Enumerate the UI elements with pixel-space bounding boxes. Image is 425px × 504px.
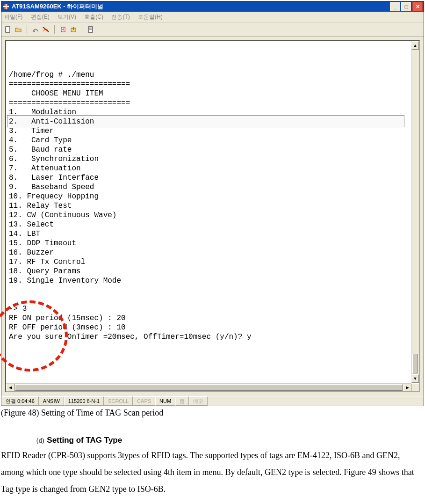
status-num: NUM [155,396,175,406]
properties-icon[interactable] [87,26,94,33]
menu-call[interactable]: 호출(C) [84,14,103,20]
maximize-button[interactable]: □ [401,2,411,11]
svg-rect-3 [6,27,10,32]
figure-caption: (Figure 48) Setting of Time of TAG Scan … [0,406,425,423]
menubar: 파일(F) 편집(E) 보기(V) 호출(C) 전송(T) 도움말(H) [1,12,424,23]
toolbar-separator [82,25,82,34]
scrollbar-vertical[interactable]: ▲ ▼ [411,41,419,383]
toolbar-separator [27,25,27,34]
terminal-text[interactable]: /home/frog # ./menu ====================… [7,42,411,383]
svg-rect-2 [3,6,9,7]
window-buttons: _ □ ✕ [390,2,423,11]
status-echo: 에코 [189,396,208,406]
status-scroll: SCROLL [104,396,133,406]
scroll-left-icon[interactable]: ◀ [6,384,14,391]
section-title: Setting of TAG Type [47,436,122,445]
svg-rect-10 [89,29,92,29]
toolbar [1,23,424,37]
scroll-right-icon[interactable]: ▶ [403,384,411,391]
terminal-pane[interactable]: /home/frog # ./menu ====================… [5,40,420,392]
statusbar: 연결 0:04:46 ANSIW 115200 8-N-1 SCROLL CAP… [1,396,424,406]
svg-rect-11 [89,29,92,30]
scroll-corner [411,384,419,391]
status-emulation: ANSIW [39,396,64,406]
titlebar: AT91SAM9260EK - 하이퍼터미널 _ □ ✕ [1,1,424,12]
toolbar-separator [54,25,55,34]
menu-file[interactable]: 파일(F) [4,14,22,20]
window-title: AT91SAM9260EK - 하이퍼터미널 [12,2,390,11]
close-button[interactable]: ✕ [412,2,423,11]
svg-rect-9 [89,28,92,28]
menu-transfer[interactable]: 전송(T) [111,14,130,20]
status-caps: CAPS [133,396,155,406]
minimize-button[interactable]: _ [390,2,400,11]
menu-edit[interactable]: 편집(E) [31,14,50,20]
app-icon [2,3,10,10]
status-port: 115200 8-N-1 [64,396,104,406]
open-icon[interactable] [14,26,22,33]
app-window: AT91SAM9260EK - 하이퍼터미널 _ □ ✕ 파일(F) 편집(E)… [1,1,424,406]
content-area: /home/frog # ./menu ====================… [1,37,424,396]
receive-icon[interactable] [70,26,77,33]
new-icon[interactable] [4,26,12,33]
scroll-thumb-vertical[interactable] [412,354,418,373]
document-paragraph: RFID Reader (CPR-503) supports 3types of… [0,447,425,504]
disconnect-icon[interactable] [42,26,50,33]
scrollbar-horizontal[interactable]: ◀ ▶ [6,383,411,391]
connect-icon[interactable] [32,26,39,33]
status-capture: 캡 [175,396,189,406]
scroll-down-icon[interactable]: ▼ [411,374,419,383]
section-marker: (d) [36,437,44,444]
section-heading: (d)Setting of TAG Type [0,423,425,447]
scroll-up-icon[interactable]: ▲ [411,41,419,50]
svg-point-4 [33,30,35,32]
menu-view[interactable]: 보기(V) [58,14,76,20]
scroll-thumb-horizontal[interactable] [15,384,403,391]
send-icon[interactable] [59,26,67,33]
status-connection: 연결 0:04:46 [1,396,39,406]
menu-help[interactable]: 도움말(H) [138,14,163,20]
